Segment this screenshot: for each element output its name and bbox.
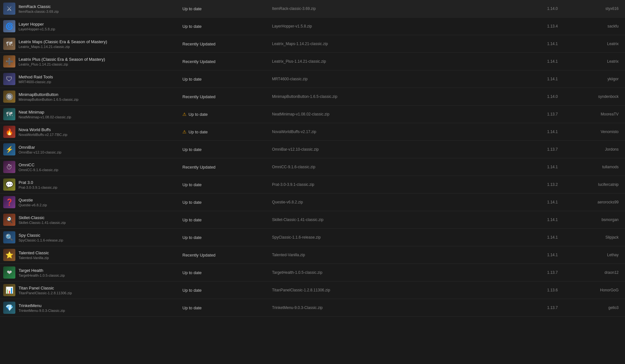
addon-row[interactable]: 🍳Skillet-ClassicSkillet-Classic-1.41-cla… <box>0 211 625 229</box>
addon-version-col: 1.13.4 <box>523 24 561 28</box>
addon-file-col: Talented-Vanilla.zip <box>269 253 523 257</box>
addon-row[interactable]: 💎TrinketMenuTrinketMenu-9.0.3-Classic.zi… <box>0 299 625 317</box>
addon-row[interactable]: 🗺Neat MinimapNeatMinimap-v1.08.02-classi… <box>0 106 625 123</box>
addon-icon: 🍳 <box>3 214 15 226</box>
addon-file-col: OmniCC-9.1.6-classic.zip <box>269 165 523 169</box>
addon-row[interactable]: ⚡OmniBarOmniBar-v12.10-classic.zipUp to … <box>0 141 625 158</box>
addon-file-col: LayerHopper-v1.5.8.zip <box>269 24 523 28</box>
addon-author-col: Leatrix <box>561 59 625 64</box>
addon-row[interactable]: 📊Titan Panel ClassicTitanPanelClassic-1.… <box>0 281 625 299</box>
addon-status-col: Up to date <box>179 218 269 222</box>
addon-file-col: SpyClassic-1.1.6-release.zip <box>269 235 523 240</box>
status-text: Up to date <box>182 6 202 11</box>
addon-file-col: TargetHealth-1.0.5-classic.zip <box>269 270 523 275</box>
addon-filename: Leatrix_Plus-1.14.21-classic.zip <box>19 62 105 66</box>
addon-text: Skillet-ClassicSkillet-Classic-1.41-clas… <box>19 215 66 225</box>
addon-icon: 💬 <box>3 178 15 191</box>
addon-filename: Leatrix_Maps-1.14.21-classic.zip <box>19 45 107 49</box>
addon-text: MinimapButtonButtonMinimapButtonButton-1… <box>19 92 78 101</box>
warning-icon: ⚠ <box>182 129 187 134</box>
addon-status-col: Up to date <box>179 305 269 310</box>
addon-row[interactable]: ⭐Talented ClassicTalented-Vanilla.zipRec… <box>0 246 625 264</box>
addon-title: OmniBar <box>19 145 61 150</box>
addon-title: Spy Classic <box>19 233 63 238</box>
addon-icon: ⚔ <box>3 3 15 15</box>
addon-status-col: Up to date <box>179 288 269 293</box>
addon-title: Talented Classic <box>19 250 49 255</box>
addon-status-col: ⚠Up to date <box>179 129 269 134</box>
addon-filename: TitanPanelClassic-1.2.8.11306.zip <box>19 291 72 295</box>
addon-name-col: 🍳Skillet-ClassicSkillet-Classic-1.41-cla… <box>0 212 179 227</box>
addon-text: TrinketMenuTrinketMenu-9.0.3-Classic.zip <box>19 303 65 313</box>
addon-text: Titan Panel ClassicTitanPanelClassic-1.2… <box>19 286 72 295</box>
addon-version-col: 1.14.1 <box>523 77 561 81</box>
addon-title: Neat Minimap <box>19 110 71 115</box>
addon-file-col: TitanPanelClassic-1.2.8.11306.zip <box>269 288 523 292</box>
addon-version-col: 1.14.1 <box>523 130 561 134</box>
addon-status-col: Recently Updated <box>179 94 269 99</box>
status-text: Up to date <box>182 270 202 275</box>
addon-author-col: MooreaTV <box>561 112 625 116</box>
addon-name-col: 🔍Spy ClassicSpyClassic-1.1.6-release.zip <box>0 230 179 245</box>
addon-version-col: 1.14.1 <box>523 218 561 222</box>
addon-row[interactable]: 🔘MinimapButtonButtonMinimapButtonButton-… <box>0 88 625 106</box>
addon-title: Nova World Buffs <box>19 127 67 132</box>
addon-name-col: 🌀Layer HopperLayerHopper-v1.5.8.zip <box>0 19 179 34</box>
addon-filename: Skillet-Classic-1.41-classic.zip <box>19 221 66 225</box>
addon-icon: 🗺 <box>3 38 15 50</box>
status-text: Up to date <box>188 130 208 134</box>
addon-version-col: 1.14.1 <box>523 165 561 169</box>
addon-version-col: 1.14.0 <box>523 6 561 11</box>
addon-row[interactable]: 💬Prat 3.0Prat-3.0-3.9.1-classic.zipUp to… <box>0 176 625 194</box>
addon-icon: 🔥 <box>3 126 15 138</box>
addon-version-col: 1.13.7 <box>523 305 561 310</box>
addon-file-col: Leatrix_Maps-1.14.21-classic.zip <box>269 42 523 46</box>
status-text: Up to date <box>182 24 202 29</box>
addon-author-col: sackfu <box>561 24 625 28</box>
addon-icon: ⏱ <box>3 161 15 173</box>
addon-filename: ItemRack-classic-3.69.zip <box>19 10 59 13</box>
addon-row[interactable]: 🌀Layer HopperLayerHopper-v1.5.8.zipUp to… <box>0 18 625 35</box>
status-text: Recently Updated <box>182 42 215 46</box>
addon-title: Prat 3.0 <box>19 180 57 185</box>
addon-icon: ❓ <box>3 196 15 208</box>
addon-filename: Talented-Vanilla.zip <box>19 256 49 260</box>
addon-name-col: ⭐Talented ClassicTalented-Vanilla.zip <box>0 248 179 262</box>
status-text: Recently Updated <box>182 59 215 64</box>
addon-icon: ❤ <box>3 266 15 279</box>
addon-row[interactable]: ❤Target HealthTargetHealth-1.0.5-classic… <box>0 264 625 281</box>
addon-row[interactable]: ⏱OmniCCOmniCC-9.1.6-classic.zipRecently … <box>0 158 625 176</box>
addon-status-col: Recently Updated <box>179 253 269 257</box>
addon-text: Leatrix Maps (Classic Era & Season of Ma… <box>19 39 107 49</box>
addon-text: OmniBarOmniBar-v12.10-classic.zip <box>19 145 61 154</box>
addon-row[interactable]: ➕Leatrix Plus (Classic Era & Season of M… <box>0 53 625 70</box>
addon-status-col: Up to date <box>179 270 269 275</box>
addon-author-col: Leatrix <box>561 42 625 46</box>
addon-filename: Questie-v6.8.2.zip <box>19 203 47 207</box>
addon-name-col: ➕Leatrix Plus (Classic Era & Season of M… <box>0 54 179 69</box>
addon-name-col: 🗺Neat MinimapNeatMinimap-v1.08.02-classi… <box>0 107 179 122</box>
addon-row[interactable]: ❓QuestieQuestie-v6.8.2.zipUp to dateQues… <box>0 194 625 211</box>
addon-author-col: Lethay <box>561 253 625 257</box>
addon-file-col: MinimapButtonButton-1.6.5-classic.zip <box>269 94 523 99</box>
status-text: Recently Updated <box>182 94 215 99</box>
addon-icon: 🔘 <box>3 91 15 103</box>
addon-status-col: ⚠Up to date <box>179 112 269 117</box>
addon-row[interactable]: 🔍Spy ClassicSpyClassic-1.1.6-release.zip… <box>0 229 625 246</box>
status-text: Recently Updated <box>182 253 215 257</box>
addon-row[interactable]: 🗺Leatrix Maps (Classic Era & Season of M… <box>0 35 625 53</box>
addon-icon: 🔍 <box>3 231 15 243</box>
addon-icon: 🗺 <box>3 108 15 120</box>
addon-name-col: ⚡OmniBarOmniBar-v12.10-classic.zip <box>0 142 179 157</box>
addon-text: Target HealthTargetHealth-1.0.5-classic.… <box>19 268 65 277</box>
addon-name-col: 🔘MinimapButtonButtonMinimapButtonButton-… <box>0 89 179 104</box>
addon-title: OmniCC <box>19 162 58 167</box>
status-text: Up to date <box>182 200 202 205</box>
addon-row[interactable]: 🛡Method Raid ToolsMRT4600-classic.zipUp … <box>0 70 625 88</box>
addon-row[interactable]: 🔥Nova World BuffsNovaWorldBuffs-v2.17-TB… <box>0 123 625 141</box>
addon-status-col: Recently Updated <box>179 42 269 46</box>
addon-icon: ⭐ <box>3 249 15 261</box>
addon-status-col: Recently Updated <box>179 165 269 170</box>
addon-row[interactable]: ⚔ItemRack ClassicItemRack-classic-3.69.z… <box>0 0 625 18</box>
addon-title: Layer Hopper <box>19 22 55 27</box>
